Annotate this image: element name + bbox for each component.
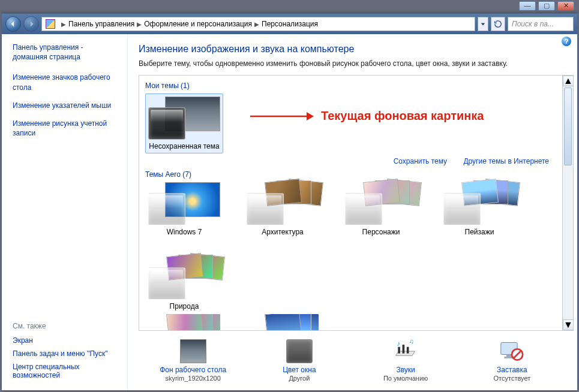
svg-rect-0 (398, 347, 400, 354)
option-value: Другой (254, 375, 344, 382)
back-button[interactable] (5, 16, 21, 32)
minimize-button[interactable]: — (519, 1, 536, 11)
breadcrumb[interactable]: ▶ Панель управления ▶ Оформление и персо… (41, 17, 475, 31)
option-label: Цвет окна (254, 366, 344, 374)
my-themes-label: Мои темы (1) (145, 82, 556, 90)
sidebar-item-account-picture[interactable]: Изменение рисунка учетной записи (13, 119, 119, 138)
chevron-right-icon: ▶ (137, 21, 142, 28)
sidebar-home[interactable]: Панель управления - домашняя страница (13, 43, 119, 62)
scroll-thumb[interactable] (564, 88, 572, 165)
sidebar-item-taskbar[interactable]: Панель задач и меню ''Пуск'' (13, 349, 119, 358)
save-theme-link[interactable]: Сохранить тему (394, 157, 447, 165)
wallpaper-icon (180, 339, 206, 363)
window-color-icon (286, 339, 313, 363)
option-label: Звуки (361, 366, 451, 374)
crumb-appearance[interactable]: Оформление и персонализация (144, 20, 252, 28)
theme-windows7[interactable]: Windows 7 (145, 182, 223, 236)
content-pane: ? Изменение изображения и звука на компь… (128, 34, 577, 390)
theme-extra-2[interactable] (244, 314, 322, 330)
svg-rect-6 (506, 354, 512, 357)
maximize-button[interactable]: ▢ (538, 1, 555, 11)
option-value: Отсутствует (467, 375, 557, 382)
sidebar-item-ease-of-access[interactable]: Центр специальных возможностей (13, 363, 119, 379)
more-themes-link[interactable]: Другие темы в Интернете (463, 157, 549, 165)
theme-architecture[interactable]: Архитектура (244, 182, 322, 236)
option-desktop-background[interactable]: Фон рабочего стола skyrim_1920x1200 (148, 339, 238, 382)
theme-nature[interactable]: Природа (145, 257, 223, 310)
option-value: По умолчанию (361, 375, 451, 382)
chevron-right-icon: ▶ (61, 21, 66, 28)
theme-landscapes[interactable]: Пейзажи (440, 182, 518, 236)
aero-themes-label: Темы Aero (7) (145, 170, 556, 179)
window-color-thumb (148, 107, 185, 140)
address-bar: ▶ Панель управления ▶ Оформление и персо… (2, 14, 577, 34)
option-label: Фон рабочего стола (148, 366, 238, 374)
svg-text:♫: ♫ (409, 339, 414, 345)
theme-extra-1[interactable] (145, 314, 223, 330)
sidebar-item-display[interactable]: Экран (13, 336, 119, 345)
window: ▶ Панель управления ▶ Оформление и персо… (1, 13, 578, 391)
crumb-control-panel[interactable]: Панель управления (68, 20, 134, 28)
theme-label: Персонажи (342, 228, 420, 236)
help-icon[interactable]: ? (562, 37, 571, 46)
chevron-right-icon: ▶ (254, 21, 259, 28)
sidebar: Панель управления - домашняя страница Из… (2, 34, 128, 390)
option-screensaver[interactable]: Заставка Отсутствует (467, 339, 557, 382)
themes-panel: Мои темы (1) Несохраненная тема Сохранит… (139, 75, 574, 331)
option-label: Заставка (467, 366, 557, 374)
page-title: Изменение изображения и звука на компьют… (139, 44, 566, 55)
sidebar-item-desktop-icons[interactable]: Изменение значков рабочего стола (13, 73, 119, 92)
theme-characters[interactable]: Персонажи (342, 182, 420, 236)
search-input[interactable]: Поиск в па... (508, 17, 574, 31)
theme-label: Несохраненная тема (147, 142, 221, 150)
see-also-label: См. также (13, 322, 119, 330)
screensaver-icon (499, 339, 525, 363)
theme-label: Windows 7 (145, 228, 223, 236)
svg-text:♪: ♪ (397, 340, 400, 347)
sidebar-item-mouse-pointers[interactable]: Изменение указателей мыши (13, 101, 119, 110)
theme-label: Архитектура (244, 228, 322, 236)
scrollbar[interactable]: ▲ ▼ (562, 76, 573, 330)
option-window-color[interactable]: Цвет окна Другой (254, 339, 344, 382)
theme-unsaved[interactable]: Несохраненная тема (145, 94, 223, 153)
option-sounds[interactable]: ♪♫ Звуки По умолчанию (361, 339, 451, 382)
page-subtitle: Выберите тему, чтобы одновременно измени… (139, 59, 566, 68)
search-placeholder: Поиск в па... (512, 20, 554, 28)
svg-rect-1 (403, 345, 405, 354)
option-value: skyrim_1920x1200 (148, 375, 238, 382)
titlebar: — ▢ ✕ (0, 0, 579, 13)
crumb-personalization[interactable]: Персонализация (262, 20, 318, 28)
scroll-up-icon[interactable]: ▲ (563, 76, 574, 86)
close-button[interactable]: ✕ (557, 1, 574, 11)
theme-label: Природа (145, 302, 223, 310)
svg-rect-2 (407, 347, 409, 354)
scroll-down-icon[interactable]: ▼ (563, 319, 574, 330)
forward-button (23, 16, 39, 32)
sounds-icon: ♪♫ (392, 339, 419, 363)
refresh-button[interactable] (491, 17, 505, 31)
address-dropdown[interactable] (478, 17, 488, 31)
bottom-options: Фон рабочего стола skyrim_1920x1200 Цвет… (128, 334, 577, 390)
theme-label: Пейзажи (440, 228, 518, 236)
control-panel-icon (46, 19, 55, 29)
